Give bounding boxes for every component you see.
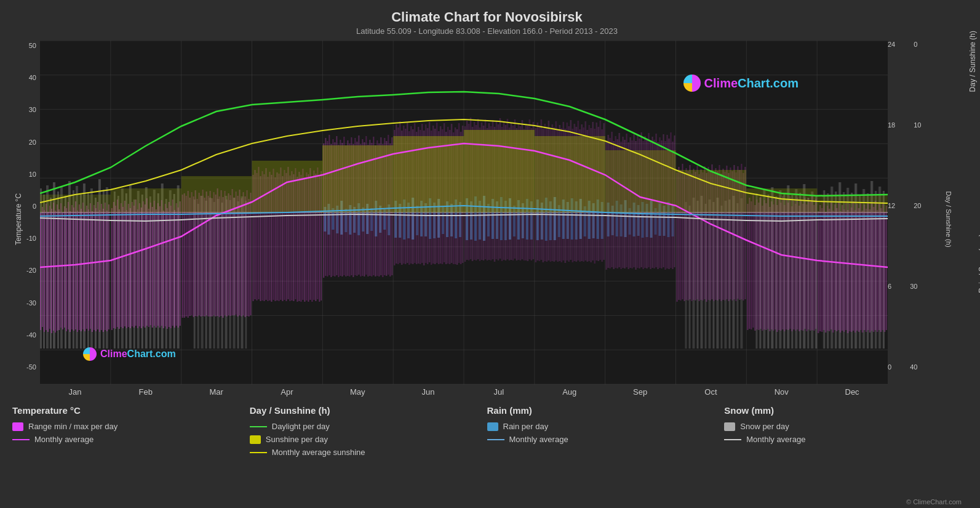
svg-rect-591 [763, 200, 765, 329]
svg-rect-259 [146, 198, 148, 326]
svg-rect-650 [873, 207, 874, 332]
svg-rect-212 [58, 209, 60, 330]
legend-temp-range-label: Range min / max per day [28, 422, 118, 431]
sunshine-tick-0: 0 [888, 363, 891, 371]
y-tick-neg20: -20 [26, 267, 36, 274]
svg-text:Apr: Apr [281, 387, 293, 397]
svg-rect-625 [827, 206, 828, 331]
svg-rect-244 [119, 209, 120, 329]
svg-rect-648 [869, 209, 870, 333]
svg-rect-602 [784, 205, 785, 331]
legend-item-sunshine-per-day: Sunshine per day [250, 435, 487, 444]
svg-rect-633 [842, 205, 843, 331]
svg-rect-654 [880, 208, 882, 332]
svg-rect-640 [855, 210, 856, 333]
svg-rect-256 [141, 208, 142, 328]
svg-rect-219 [71, 205, 73, 329]
svg-rect-634 [843, 209, 845, 332]
svg-rect-263 [154, 201, 155, 326]
legend-rain-perday-label: Rain per day [503, 422, 549, 431]
svg-rect-265 [157, 203, 159, 326]
rain-tick-40: 40 [910, 363, 917, 371]
svg-rect-262 [152, 207, 153, 328]
legend-rain-avg-label: Monthly average [509, 435, 568, 444]
svg-rect-210 [55, 211, 56, 333]
svg-rect-276 [178, 208, 179, 328]
logo-icon-large [683, 75, 701, 92]
logo-icon-small [83, 347, 97, 361]
legend-temp-avg-label: Monthly average [34, 435, 94, 444]
svg-rect-206 [47, 212, 49, 332]
svg-rect-267 [161, 200, 162, 326]
svg-rect-604 [787, 203, 789, 330]
svg-rect-233 [97, 202, 98, 329]
chart-title: Climate Chart for Novosibirsk [6, 9, 968, 25]
svg-rect-649 [871, 203, 872, 331]
svg-rect-612 [802, 204, 803, 331]
svg-rect-264 [156, 209, 157, 328]
svg-rect-272 [170, 206, 172, 328]
svg-rect-621 [819, 205, 821, 331]
svg-rect-257 [143, 201, 144, 326]
svg-text:Dec: Dec [845, 387, 860, 397]
rain-per-day-swatch [487, 422, 498, 431]
svg-rect-243 [117, 200, 118, 327]
rain-tick-30: 30 [910, 283, 917, 290]
svg-rect-250 [130, 208, 131, 328]
y-tick-neg30: -30 [26, 299, 36, 307]
rain-avg-line-swatch [487, 439, 504, 440]
legend-item-temp-avg: Monthly average [12, 435, 250, 444]
svg-rect-623 [823, 202, 824, 330]
sunshine-tick-12: 12 [888, 202, 895, 209]
watermark-bottom-left: ClimeChart.com [83, 347, 176, 361]
svg-rect-611 [800, 200, 802, 330]
svg-rect-614 [806, 204, 807, 331]
legend-col-temp-title: Temperature °C [12, 405, 250, 416]
svg-rect-240 [111, 208, 113, 330]
main-chart: Jan Feb Mar Apr May Jun Jul Aug Sep Oct … [40, 41, 888, 398]
svg-rect-310 [241, 198, 242, 316]
svg-rect-616 [810, 202, 811, 331]
legend-item-rain-avg: Monthly average [487, 435, 725, 444]
svg-rect-225 [82, 203, 84, 329]
svg-rect-624 [825, 212, 826, 333]
y-axis-left-label: Temperature °C [14, 193, 23, 245]
y-tick-neg40: -40 [26, 331, 36, 339]
svg-rect-274 [174, 210, 175, 328]
svg-rect-597 [775, 198, 776, 329]
svg-rect-628 [832, 211, 834, 333]
watermark-top-right: ClimeChart.com [683, 75, 799, 92]
y-axis-right-label1: Day / Sunshine (h) [943, 191, 954, 247]
svg-text:Mar: Mar [209, 387, 223, 397]
rain-tick-10: 10 [914, 121, 921, 129]
svg-rect-647 [867, 203, 869, 330]
svg-rect-211 [57, 204, 58, 331]
svg-rect-665 [535, 136, 605, 212]
svg-rect-242 [115, 206, 116, 329]
svg-text:Feb: Feb [139, 387, 153, 397]
svg-rect-246 [122, 207, 124, 328]
y-tick-20: 20 [29, 139, 36, 146]
svg-rect-204 [44, 210, 45, 332]
svg-rect-273 [172, 200, 173, 326]
legend-col-snow-title: Snow (mm) [724, 405, 962, 416]
temp-avg-line-swatch [12, 439, 30, 440]
legend-item-snow-per-day: Snow per day [724, 422, 962, 431]
svg-rect-592 [765, 203, 767, 330]
svg-rect-641 [856, 204, 858, 331]
svg-rect-294 [212, 198, 213, 316]
y-tick-50: 50 [29, 42, 36, 49]
svg-rect-255 [139, 203, 140, 326]
svg-rect-227 [86, 206, 87, 329]
svg-rect-588 [758, 203, 759, 330]
svg-rect-300 [223, 197, 224, 318]
svg-text:May: May [350, 387, 365, 397]
svg-rect-237 [105, 203, 106, 330]
svg-rect-603 [786, 200, 787, 329]
rain-tick-20: 20 [914, 202, 921, 209]
legend-col-rain-title: Rain (mm) [487, 405, 725, 416]
legend-sunshine-perday-label: Sunshine per day [266, 435, 328, 444]
svg-rect-642 [858, 208, 859, 332]
legend-col-temperature: Temperature °C Range min / max per day M… [12, 405, 250, 457]
svg-rect-286 [197, 199, 198, 316]
